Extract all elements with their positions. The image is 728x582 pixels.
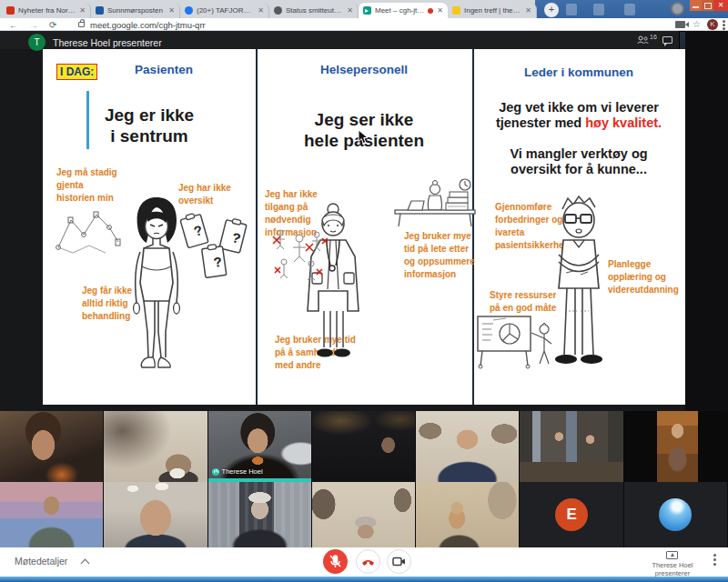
url-text[interactable]: meet.google.com/cgh-jtmu-qrr	[90, 20, 206, 30]
browser-profile-avatar[interactable]: K	[707, 19, 718, 30]
padlock-icon[interactable]	[78, 22, 85, 27]
browser-menu-icon[interactable]	[723, 20, 725, 23]
statement-leder-2: Vi mangler verktøy og oversikt for å kun…	[472, 146, 685, 178]
mic-mute-button[interactable]	[323, 549, 348, 574]
tab-fjord-kommune[interactable]: Status smitteutbrot - Fjord komm ✕	[269, 3, 359, 18]
camera-toggle-button[interactable]	[387, 549, 411, 574]
forward-icon[interactable]: →	[29, 20, 39, 30]
recording-indicator-icon	[428, 8, 433, 14]
close-icon[interactable]: ✕	[347, 7, 353, 15]
close-icon[interactable]: ✕	[258, 7, 264, 15]
video-grid-row-2: E	[0, 482, 728, 547]
video-tile-participant[interactable]	[0, 482, 104, 547]
video-tile-participant[interactable]	[416, 482, 520, 547]
meet-favicon	[363, 6, 371, 15]
presenting-status: Therese Hoel presenterer	[642, 561, 703, 578]
participant-count: 16	[650, 34, 657, 40]
facebook-favicon	[185, 6, 193, 15]
participants-icon[interactable]	[637, 35, 649, 45]
presenter-banner: Therese Hoel presenterer	[53, 37, 162, 48]
meeting-details-button[interactable]: Møtedetaljer	[15, 556, 67, 567]
desktop-icon	[624, 4, 635, 15]
clipboards-illustration: ? ? ?	[178, 211, 253, 280]
participant-avatar: E	[555, 498, 588, 531]
statement-pasienten: Jeg er ikke i sentrum	[43, 105, 256, 147]
note-riktig-behandling: Jeg får ikke alltid riktig behandling	[82, 285, 132, 323]
participant-name-label: Therese Hoel	[212, 467, 263, 476]
close-icon[interactable]: ✕	[437, 7, 443, 15]
video-tile-participant[interactable]	[520, 411, 623, 482]
tab-title: Meet – cgh-jtmu-qrr	[375, 6, 424, 15]
scribble-network-illustration	[53, 207, 124, 258]
mouse-cursor	[358, 129, 369, 145]
bookmark-star-icon[interactable]: ☆	[693, 19, 701, 29]
tab-facebook[interactable]: (20+) TAFJORD | Facebook ✕	[180, 3, 269, 18]
tab-sunnmorsposten[interactable]: Sunnmørsposten ✕	[91, 3, 180, 18]
camera-permission-icon[interactable]	[675, 21, 685, 28]
whiteboard-illustration	[475, 311, 562, 371]
reload-icon[interactable]: ⟳	[49, 20, 59, 30]
vg-favicon	[6, 6, 15, 15]
window-minimize-button[interactable]	[690, 0, 702, 11]
video-tile-avatar-globe[interactable]	[624, 482, 728, 547]
missing-people-illustration	[271, 226, 328, 282]
window-close-button[interactable]: ✕	[713, 0, 728, 11]
video-tile-participant[interactable]	[312, 482, 416, 547]
tab-title: Ingen treff | therese furuseth ho	[464, 6, 521, 15]
desktop-icon	[593, 4, 604, 15]
pillarboxed-video	[657, 411, 698, 482]
orb-icon	[671, 2, 684, 15]
tab-title: Nyheter fra Norges mest leste n	[18, 6, 76, 15]
video-tile-participant[interactable]	[104, 482, 207, 547]
column-title-pasienten: Pasienten	[91, 63, 237, 76]
note-gjenta-historien: Jeg må stadig gjenta historien min	[56, 166, 117, 205]
close-icon[interactable]: ✕	[79, 7, 86, 15]
globe-favicon	[274, 6, 282, 15]
video-tile-participant[interactable]	[104, 411, 207, 482]
taskbar-edge	[0, 577, 728, 582]
video-tile-participant[interactable]	[416, 411, 520, 482]
tab-title: (20+) TAFJORD | Facebook	[197, 6, 254, 15]
sunnmorsposten-favicon	[96, 6, 104, 15]
video-tile-participant[interactable]	[624, 411, 728, 482]
tab-title: Status smitteutbrot - Fjord komm	[286, 6, 343, 15]
column-title-leder: Leder i kommunen	[472, 65, 685, 79]
close-icon[interactable]: ✕	[525, 7, 531, 15]
note-lete-etter: Jeg bruker mye tid på lete etter og opps…	[404, 230, 475, 281]
window-maximize-button[interactable]	[702, 0, 713, 11]
video-tile-participant[interactable]	[208, 482, 312, 547]
tab-nyheter[interactable]: Nyheter fra Norges mest leste n ✕	[2, 3, 91, 18]
tab-gulesider[interactable]: Ingen treff | therese furuseth ho ✕	[448, 3, 537, 18]
video-grid-row-1: Therese Hoel	[0, 411, 728, 482]
video-tile-participant[interactable]	[0, 411, 104, 482]
more-options-icon[interactable]	[713, 554, 716, 557]
desk-work-illustration	[393, 177, 477, 228]
screen: Nyheter fra Norges mest leste n ✕ Sunnmø…	[0, 0, 728, 582]
hang-up-button[interactable]	[356, 549, 380, 574]
gulesider-favicon	[452, 6, 460, 15]
column-divider	[256, 49, 258, 405]
video-tile-participant[interactable]	[312, 411, 416, 482]
close-icon[interactable]: ✕	[168, 7, 175, 15]
voice-activity-icon	[212, 468, 219, 476]
video-tile-avatar-e[interactable]: E	[520, 482, 623, 547]
stage-background	[685, 31, 728, 411]
participant-avatar-globe	[659, 498, 692, 531]
tab-title: Sunnmørsposten	[107, 6, 165, 15]
back-icon[interactable]: ←	[9, 20, 19, 30]
presenting-icon	[666, 551, 678, 559]
desktop-icon	[566, 4, 577, 15]
new-tab-button[interactable]: +	[544, 3, 559, 17]
tab-meet-active[interactable]: Meet – cgh-jtmu-qrr ✕	[359, 3, 448, 18]
video-tile-therese-hoel[interactable]: Therese Hoel	[208, 411, 312, 482]
statement-leder: Jeg vet ikke om vi leverer tjenester med…	[472, 100, 685, 132]
column-title-helsepersonell: Helsepersonell	[256, 63, 472, 76]
chat-icon[interactable]	[662, 36, 672, 44]
statement-red: høy kvalitet.	[585, 115, 662, 130]
